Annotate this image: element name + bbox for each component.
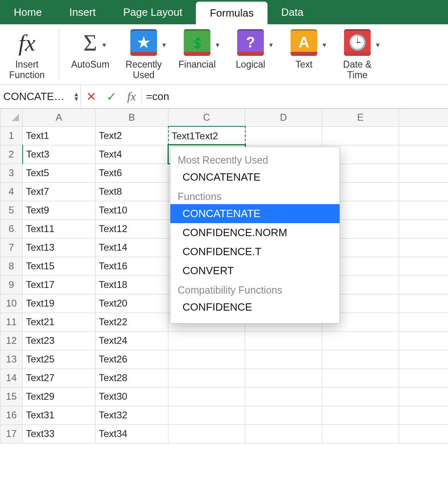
name-box-stepper[interactable]: ▴▾ xyxy=(74,92,78,102)
autocomplete-item[interactable]: CONFIDENCE.T xyxy=(170,242,340,261)
cell-E15[interactable] xyxy=(322,387,399,406)
autosum-button[interactable]: Σ▾ AutoSum xyxy=(68,28,113,70)
cell-B16[interactable]: Text32 xyxy=(96,406,168,424)
dropdown-caret-icon[interactable]: ▾ xyxy=(216,40,219,49)
cell-E12[interactable] xyxy=(322,331,399,350)
cell-blank[interactable] xyxy=(399,406,448,424)
cell-blank[interactable] xyxy=(399,387,448,406)
cell-blank[interactable] xyxy=(399,220,448,238)
cell-blank[interactable] xyxy=(399,164,448,182)
tab-data[interactable]: Data xyxy=(268,0,317,24)
dropdown-caret-icon[interactable]: ▾ xyxy=(376,40,380,49)
financial-button[interactable]: 💲▾ Financial xyxy=(175,28,219,70)
cell-D17[interactable] xyxy=(245,424,322,443)
cell-A16[interactable]: Text31 xyxy=(23,406,96,424)
cell-blank[interactable] xyxy=(399,182,448,201)
cell-blank[interactable] xyxy=(399,294,448,313)
autocomplete-item[interactable]: CONFIDENCE xyxy=(170,298,340,317)
col-header-A[interactable]: A xyxy=(23,109,96,126)
cell-C1[interactable]: Text1Text2 xyxy=(168,126,245,145)
date-time-button[interactable]: 🕒▾ Date & Time xyxy=(335,28,380,81)
cell-E17[interactable] xyxy=(322,424,399,443)
row-header[interactable]: 11 xyxy=(0,313,23,331)
cell-B9[interactable]: Text18 xyxy=(96,275,168,294)
row-header[interactable]: 17 xyxy=(0,424,23,443)
cell-A4[interactable]: Text7 xyxy=(23,182,96,201)
cell-A7[interactable]: Text13 xyxy=(23,238,96,257)
cell-blank[interactable] xyxy=(399,331,448,350)
cell-D12[interactable] xyxy=(245,331,322,350)
row-header[interactable]: 2 xyxy=(0,145,23,164)
cell-A8[interactable]: Text15 xyxy=(23,257,96,275)
row-header[interactable]: 8 xyxy=(0,257,23,275)
col-header-C[interactable]: C xyxy=(168,109,245,126)
cell-B14[interactable]: Text28 xyxy=(96,369,168,387)
spreadsheet-grid[interactable]: A B C D E 1Text1Text2Text1Text22Text3Tex… xyxy=(0,109,448,443)
cell-blank[interactable] xyxy=(399,126,448,145)
row-header[interactable]: 3 xyxy=(0,164,23,182)
cell-A9[interactable]: Text17 xyxy=(23,275,96,294)
cell-A10[interactable]: Text19 xyxy=(23,294,96,313)
cell-C15[interactable] xyxy=(168,387,245,406)
cell-B17[interactable]: Text34 xyxy=(96,424,168,443)
row-header[interactable]: 9 xyxy=(0,275,23,294)
row-header[interactable]: 5 xyxy=(0,201,23,220)
row-header[interactable]: 1 xyxy=(0,126,23,145)
cell-blank[interactable] xyxy=(399,369,448,387)
logical-button[interactable]: ?▾ Logical xyxy=(228,28,273,70)
cell-A5[interactable]: Text9 xyxy=(23,201,96,220)
tab-page-layout[interactable]: Page Layout xyxy=(109,0,196,24)
cell-B1[interactable]: Text2 xyxy=(96,126,168,145)
row-header[interactable]: 13 xyxy=(0,350,23,369)
cell-B8[interactable]: Text16 xyxy=(96,257,168,275)
cell-B11[interactable]: Text22 xyxy=(96,313,168,331)
row-header[interactable]: 12 xyxy=(0,331,23,350)
cell-A1[interactable]: Text1 xyxy=(23,126,96,145)
autocomplete-item[interactable]: CONVERT xyxy=(170,261,340,280)
cell-blank[interactable] xyxy=(399,201,448,220)
cell-blank[interactable] xyxy=(399,313,448,331)
tab-insert[interactable]: Insert xyxy=(55,0,109,24)
col-header-D[interactable]: D xyxy=(245,109,322,126)
row-header[interactable]: 6 xyxy=(0,220,23,238)
tab-formulas[interactable]: Formulas xyxy=(196,2,267,24)
autocomplete-item[interactable]: CONFIDENCE.NORM xyxy=(170,223,340,242)
cell-A6[interactable]: Text11 xyxy=(23,220,96,238)
dropdown-caret-icon[interactable]: ▾ xyxy=(102,40,106,49)
cell-blank[interactable] xyxy=(399,238,448,257)
cell-blank[interactable] xyxy=(399,275,448,294)
row-header[interactable]: 16 xyxy=(0,406,23,424)
row-header[interactable]: 10 xyxy=(0,294,23,313)
cell-B3[interactable]: Text6 xyxy=(96,164,168,182)
cell-B4[interactable]: Text8 xyxy=(96,182,168,201)
cell-A13[interactable]: Text25 xyxy=(23,350,96,369)
cell-C17[interactable] xyxy=(168,424,245,443)
dropdown-caret-icon[interactable]: ▾ xyxy=(323,40,326,49)
row-header[interactable]: 7 xyxy=(0,238,23,257)
cell-A2[interactable]: Text3 xyxy=(23,145,96,164)
cell-A14[interactable]: Text27 xyxy=(23,369,96,387)
cell-E1[interactable] xyxy=(322,126,399,145)
cell-B15[interactable]: Text30 xyxy=(96,387,168,406)
row-header[interactable]: 4 xyxy=(0,182,23,201)
tab-home[interactable]: Home xyxy=(0,0,55,24)
dropdown-caret-icon[interactable]: ▾ xyxy=(162,40,166,49)
cell-D1[interactable] xyxy=(245,126,322,145)
col-header-E[interactable]: E xyxy=(322,109,399,126)
select-all-corner[interactable] xyxy=(0,109,23,126)
cell-B7[interactable]: Text14 xyxy=(96,238,168,257)
cell-D13[interactable] xyxy=(245,350,322,369)
formula-input[interactable] xyxy=(142,85,448,108)
cell-B5[interactable]: Text10 xyxy=(96,201,168,220)
cell-E14[interactable] xyxy=(322,369,399,387)
dropdown-caret-icon[interactable]: ▾ xyxy=(269,40,273,49)
text-button[interactable]: A▾ Text xyxy=(282,28,326,70)
cell-D16[interactable] xyxy=(245,406,322,424)
cell-D14[interactable] xyxy=(245,369,322,387)
name-box[interactable]: CONCATE… ▴▾ xyxy=(0,85,81,108)
fx-icon[interactable]: fx xyxy=(121,90,142,103)
cell-A3[interactable]: Text5 xyxy=(23,164,96,182)
cell-A12[interactable]: Text23 xyxy=(23,331,96,350)
recently-used-button[interactable]: ★▾ Recently Used xyxy=(121,28,166,81)
cell-A17[interactable]: Text33 xyxy=(23,424,96,443)
